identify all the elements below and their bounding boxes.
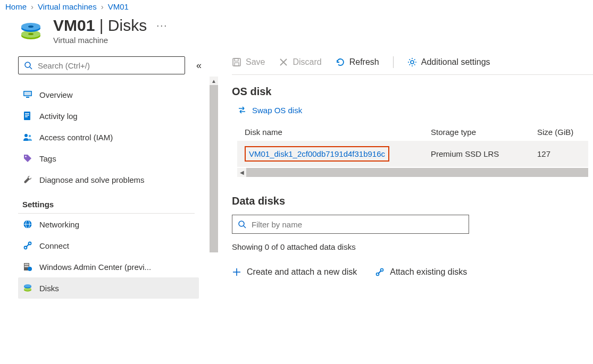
svg-point-15 — [24, 134, 28, 137]
windows-admin-icon — [22, 261, 33, 272]
close-icon — [279, 57, 288, 67]
disk-icon — [22, 283, 33, 293]
svg-rect-12 — [25, 113, 29, 114]
table-header-row: Disk name Storage type Size (GiB) — [237, 123, 588, 141]
disk-stack-icon — [18, 19, 44, 44]
svg-rect-9 — [24, 92, 31, 96]
svg-point-5 — [28, 26, 34, 28]
sidebar-item-label: Windows Admin Center (previ... — [39, 263, 195, 272]
discard-label: Discard — [293, 57, 321, 67]
save-label: Save — [246, 57, 265, 67]
search-input-container[interactable] — [18, 56, 185, 74]
svg-point-42 — [381, 269, 383, 272]
wrench-icon — [22, 174, 33, 185]
svg-rect-24 — [24, 264, 29, 265]
breadcrumb: Home › Virtual machines › VM01 — [0, 0, 593, 16]
sidebar-item-connect[interactable]: Connect — [18, 235, 199, 256]
svg-point-6 — [25, 62, 30, 67]
breadcrumb-vm01[interactable]: VM01 — [108, 2, 129, 11]
sidebar-item-windows-admin[interactable]: Windows Admin Center (previ... — [18, 256, 199, 277]
create-attach-disk-button[interactable]: Create and attach a new disk — [232, 267, 357, 277]
data-disks-heading: Data disks — [232, 195, 593, 207]
svg-rect-10 — [26, 97, 29, 98]
more-actions-button[interactable]: ··· — [156, 20, 168, 31]
svg-rect-33 — [235, 63, 239, 66]
monitor-icon — [22, 89, 33, 100]
plus-icon — [232, 267, 241, 277]
col-disk-name: Disk name — [237, 123, 423, 141]
sidebar-item-label: Networking — [39, 220, 195, 229]
refresh-label: Refresh — [349, 57, 379, 67]
os-disk-table: Disk name Storage type Size (GiB) VM01_d… — [237, 123, 588, 167]
svg-point-26 — [28, 267, 32, 271]
sidebar-item-label: Access control (IAM) — [39, 133, 195, 142]
svg-line-38 — [244, 226, 246, 228]
os-disk-size: 127 — [530, 141, 588, 167]
scroll-left-arrow-icon[interactable]: ◀ — [237, 168, 246, 177]
toolbar-separator — [393, 56, 394, 68]
filter-input[interactable] — [250, 219, 463, 230]
sidebar-item-label: Diagnose and solve problems — [39, 175, 195, 184]
svg-rect-25 — [24, 266, 29, 267]
gear-icon — [407, 57, 417, 67]
data-disks-status: Showing 0 of 0 attached data disks — [232, 242, 593, 251]
page-title: VM01 | Disks — [53, 16, 147, 35]
plug-icon — [22, 240, 33, 251]
svg-point-22 — [29, 242, 31, 245]
col-storage-type: Storage type — [423, 123, 530, 141]
sidebar-item-overview[interactable]: Overview — [18, 84, 199, 105]
swap-os-disk-label: Swap OS disk — [252, 106, 302, 115]
sidebar-section-settings: Settings — [18, 190, 195, 214]
sidebar-scrollbar[interactable]: ▲ — [210, 77, 220, 299]
refresh-button[interactable]: Refresh — [336, 57, 379, 67]
additional-settings-label: Additional settings — [421, 57, 490, 67]
swap-os-disk-button[interactable]: Swap OS disk — [237, 105, 593, 115]
horizontal-scrollbar[interactable]: ◀ — [237, 168, 588, 177]
page-header: VM01 | Disks ··· Virtual machine — [0, 16, 593, 56]
search-icon — [238, 220, 246, 228]
attach-existing-disks-button[interactable]: Attach existing disks — [375, 267, 467, 277]
sidebar-item-networking[interactable]: Networking — [18, 214, 199, 235]
chevron-right-icon: › — [101, 2, 104, 11]
scroll-up-arrow-icon[interactable]: ▲ — [210, 77, 218, 85]
svg-rect-13 — [25, 115, 29, 116]
discard-button[interactable]: Discard — [279, 57, 321, 67]
sidebar-item-access-control[interactable]: Access control (IAM) — [18, 126, 199, 148]
attach-existing-label: Attach existing disks — [390, 267, 467, 277]
swap-icon — [237, 105, 247, 115]
people-icon — [22, 132, 33, 142]
breadcrumb-home[interactable]: Home — [5, 2, 27, 11]
sidebar-item-disks[interactable]: Disks — [18, 277, 199, 299]
svg-point-30 — [24, 284, 31, 287]
os-disk-heading: OS disk — [232, 86, 593, 98]
svg-line-7 — [30, 67, 32, 69]
svg-point-37 — [239, 221, 244, 226]
os-disk-name-link[interactable]: VM01_disk1_2cf00db7191d4f31b916c — [245, 146, 389, 162]
attach-icon — [375, 267, 385, 277]
svg-point-2 — [28, 33, 34, 35]
collapse-sidebar-button[interactable]: « — [193, 59, 205, 72]
tag-icon — [22, 153, 33, 164]
sidebar-item-label: Activity log — [39, 112, 195, 121]
table-row: VM01_disk1_2cf00db7191d4f31b916c Premium… — [237, 141, 588, 167]
sidebar-item-label: Disks — [39, 284, 195, 293]
sidebar-item-tags[interactable]: Tags — [18, 148, 199, 169]
search-icon — [24, 61, 32, 70]
breadcrumb-virtual-machines[interactable]: Virtual machines — [38, 2, 97, 11]
additional-settings-button[interactable]: Additional settings — [407, 57, 490, 67]
scrollbar-thumb[interactable] — [246, 168, 588, 177]
svg-rect-31 — [233, 58, 240, 66]
save-icon — [232, 57, 241, 67]
log-icon — [22, 111, 33, 121]
scrollbar-thumb[interactable] — [210, 85, 218, 252]
create-attach-label: Create and attach a new disk — [247, 267, 357, 277]
search-input[interactable] — [37, 61, 179, 71]
sidebar-item-diagnose[interactable]: Diagnose and solve problems — [18, 169, 199, 190]
os-disk-storage-type: Premium SSD LRS — [423, 141, 530, 167]
save-button[interactable]: Save — [232, 57, 265, 67]
svg-point-17 — [25, 156, 27, 157]
sidebar-item-activity-log[interactable]: Activity log — [18, 105, 199, 126]
toolbar: Save Discard Refresh Additional settings — [232, 56, 593, 75]
filter-input-container[interactable] — [232, 215, 469, 234]
resource-type-label: Virtual machine — [53, 36, 168, 45]
